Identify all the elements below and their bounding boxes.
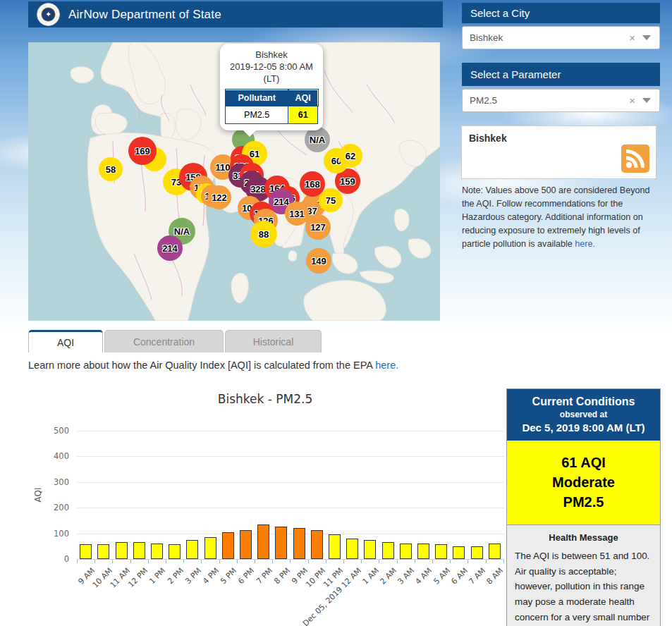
city-clear-icon[interactable]: ×	[622, 32, 642, 44]
x-tick-mark	[272, 560, 273, 563]
popup-col-pollutant: Pollutant	[226, 90, 288, 106]
city-select[interactable]: Bishkek ×	[462, 26, 660, 49]
chart-bar[interactable]	[222, 532, 234, 559]
x-tick-mark	[379, 560, 379, 563]
learn-more-text: Learn more about how the Air Quality Ind…	[28, 360, 398, 371]
tab-historical[interactable]: Historical	[225, 330, 322, 352]
y-tick-label: 300	[39, 477, 69, 487]
chart-bar[interactable]	[80, 544, 92, 559]
chart-bar[interactable]	[169, 544, 181, 559]
chart-bar[interactable]	[417, 544, 429, 559]
chart-bar[interactable]	[400, 544, 412, 559]
x-tick-mark	[94, 560, 95, 563]
x-tick-mark	[77, 560, 78, 563]
chart-bar[interactable]	[489, 544, 501, 559]
map[interactable]: 5816973158149811181221101526113231616128…	[28, 42, 440, 321]
learn-more-here-link[interactable]: here.	[375, 360, 398, 371]
chart-title: Bishkek - PM2.5	[28, 392, 502, 406]
chart-bar[interactable]	[151, 544, 163, 559]
popup-pollutant-value: PM2.5	[226, 106, 288, 123]
tab-concentration[interactable]: Concentration	[104, 330, 224, 352]
tab-aqi[interactable]: AQI	[28, 330, 103, 352]
map-marker[interactable]: 168	[300, 171, 325, 197]
map-marker[interactable]: 169	[128, 137, 157, 165]
map-marker[interactable]: 127	[305, 214, 331, 240]
map-marker[interactable]: N/A	[305, 127, 330, 152]
x-tick-mark	[397, 560, 398, 563]
aqi-value: 61 AQI	[507, 453, 660, 472]
observed-at-label: observed at	[510, 410, 657, 419]
gridline	[77, 456, 504, 457]
chart-y-axis-label: AQI	[33, 488, 43, 503]
x-tick-mark	[112, 560, 113, 563]
note-body: Note: Values above 500 are considered Be…	[462, 185, 650, 249]
parameter-select[interactable]: PM2.5 ×	[462, 89, 660, 112]
chart-bar[interactable]	[311, 530, 323, 559]
chart-bar[interactable]	[453, 546, 465, 559]
note-text: Note: Values above 500 are considered Be…	[462, 184, 663, 250]
parameter-caret-down-icon[interactable]	[642, 98, 651, 103]
gridline	[77, 431, 504, 431]
select-parameter-header: Select a Parameter	[462, 63, 660, 86]
city-select-value: Bishkek	[470, 32, 503, 43]
health-message-text: The AQI is between 51 and 100. Air quali…	[515, 548, 652, 626]
chart-bar[interactable]	[329, 534, 341, 559]
popup-col-aqi: AQI	[288, 90, 318, 106]
y-tick-label: 0	[39, 554, 69, 564]
map-marker[interactable]: 214	[157, 235, 183, 261]
parameter-clear-icon[interactable]: ×	[622, 94, 642, 106]
chart-bar[interactable]	[116, 542, 128, 559]
observed-datetime: Dec 5, 2019 8:00 AM (LT)	[510, 422, 657, 434]
map-marker[interactable]: 131	[285, 202, 309, 226]
current-conditions-header: Current Conditions observed at Dec 5, 20…	[507, 389, 660, 441]
city-caret-down-icon[interactable]	[642, 35, 651, 40]
map-marker[interactable]: 122	[207, 185, 231, 209]
map-marker[interactable]: 149	[306, 248, 331, 274]
map-marker[interactable]: 58	[99, 157, 123, 181]
y-tick-label: 200	[39, 503, 69, 513]
x-tick-mark	[219, 560, 220, 563]
map-marker[interactable]: 88	[250, 221, 277, 247]
chart-bar[interactable]	[186, 540, 198, 559]
rss-icon[interactable]	[621, 145, 649, 173]
popup-city-datetime: Bishkek 2019-12-05 8:00 AM (LT)	[225, 49, 318, 85]
y-tick-label: 400	[39, 451, 69, 461]
chart-bar[interactable]	[364, 540, 376, 559]
chart-bar[interactable]	[257, 524, 269, 559]
x-tick-mark	[486, 560, 487, 563]
health-message-title: Health Message	[515, 532, 652, 543]
app-header: ✦ AirNow Department of State	[28, 1, 443, 27]
x-tick-mark	[308, 560, 309, 563]
aqi-bar-chart: Bishkek - PM2.5 AQI 01002003004005009 AM…	[28, 384, 515, 626]
map-marker[interactable]: 62	[338, 144, 362, 168]
x-tick-mark	[432, 560, 433, 563]
x-tick-mark	[166, 560, 166, 563]
chart-bar[interactable]	[240, 530, 252, 559]
chart-bar[interactable]	[275, 527, 287, 559]
x-tick-mark	[255, 560, 255, 563]
health-message-box: Health Message The AQI is between 51 and…	[507, 525, 660, 626]
chart-bar[interactable]	[97, 544, 109, 559]
map-popup: Bishkek 2019-12-05 8:00 AM (LT) Pollutan…	[220, 44, 323, 130]
chart-bar[interactable]	[293, 528, 305, 559]
y-tick-label: 100	[39, 529, 69, 539]
x-tick-mark	[415, 560, 415, 563]
x-tick-mark	[183, 560, 184, 563]
chart-bar[interactable]	[133, 542, 145, 559]
learn-more-body: Learn more about how the Air Quality Ind…	[28, 360, 375, 371]
popup-datetime: 2019-12-05 8:00 AM (LT)	[230, 61, 313, 84]
x-tick-mark	[361, 560, 362, 563]
x-tick-mark	[450, 560, 451, 563]
x-tick-mark	[130, 560, 131, 563]
aqi-category: Moderate	[507, 472, 660, 492]
chart-bar[interactable]	[204, 537, 216, 559]
popup-table: Pollutant AQI PM2.5 61	[225, 90, 318, 124]
seal-eagle-icon: ✦	[39, 6, 57, 23]
note-here-link[interactable]: here.	[575, 239, 595, 249]
chart-bar[interactable]	[346, 539, 358, 559]
chart-bar[interactable]	[435, 544, 447, 559]
select-city-header: Select a City	[462, 3, 660, 23]
chart-bar[interactable]	[382, 542, 394, 559]
chart-bar[interactable]	[471, 546, 483, 559]
aqi-summary-box: 61 AQI Moderate PM2.5	[507, 441, 660, 525]
